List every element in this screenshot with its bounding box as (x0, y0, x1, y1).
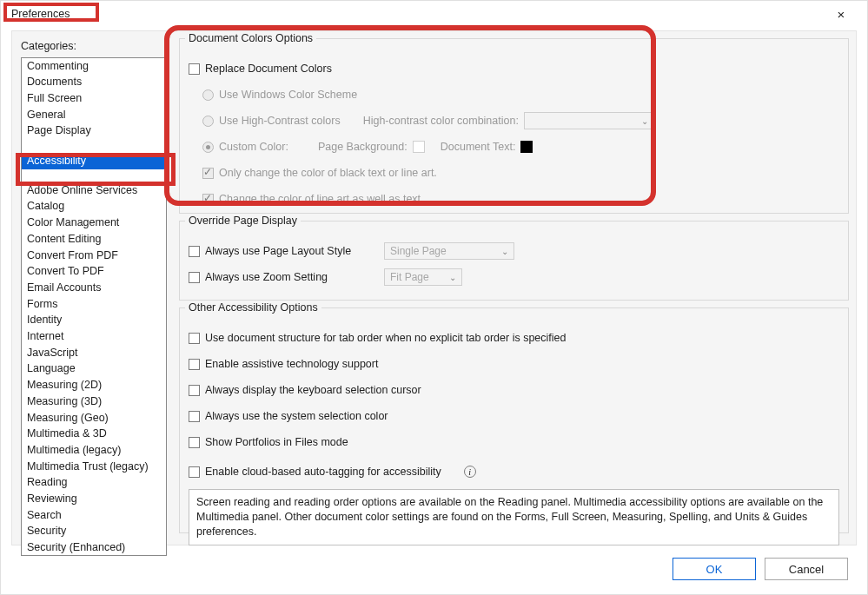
group-title: Override Page Display (185, 215, 301, 227)
category-item[interactable]: JavaScript (22, 345, 166, 361)
hc-combo[interactable]: ⌄ (524, 112, 654, 129)
ok-label: OK (706, 563, 723, 576)
category-item[interactable]: Multimedia Trust (legacy) (22, 459, 166, 475)
override-page-display-group: Override Page Display Always use Page La… (179, 221, 849, 301)
category-item[interactable]: Measuring (2D) (22, 378, 166, 394)
settings-panel: Document Colors Options Replace Document… (179, 38, 849, 538)
zoom-row: Always use Zoom Setting Fit Page ⌄ (189, 267, 839, 288)
category-item[interactable]: Reviewing (22, 492, 166, 508)
tab-order-checkbox[interactable] (189, 333, 200, 344)
other-opt-row: Show Portfolios in Files mode (189, 432, 839, 453)
dialog-body: Categories: Commenting Documents Full Sc… (11, 30, 857, 545)
category-item[interactable]: Internet (22, 329, 166, 346)
preferences-dialog: Preferences × Categories: Commenting Doc… (0, 0, 868, 595)
category-item[interactable]: Language (22, 361, 166, 378)
other-opt-row: Always display the keyboard selection cu… (189, 380, 839, 400)
kb-cursor-checkbox[interactable] (189, 385, 200, 396)
use-windows-label: Use Windows Color Scheme (219, 89, 357, 101)
category-item[interactable]: Measuring (3D) (22, 393, 166, 410)
use-windows-row: Use Windows Color Scheme (189, 84, 839, 105)
category-item[interactable]: Identity (22, 313, 166, 329)
only-black-checkbox[interactable] (202, 168, 214, 179)
category-item[interactable]: Content Editing (22, 231, 166, 248)
other-opt-row: Always use the system selection color (189, 406, 839, 426)
category-item[interactable]: Multimedia (legacy) (22, 442, 166, 459)
hint-text-box: Screen reading and reading order options… (189, 489, 839, 545)
page-bg-swatch[interactable] (413, 141, 425, 153)
use-high-contrast-row: Use High-Contrast colors High-contrast c… (189, 110, 839, 131)
assistive-checkbox[interactable] (189, 359, 200, 370)
line-art-label: Change the color of line art as well as … (219, 193, 424, 205)
portfolios-checkbox[interactable] (189, 437, 200, 448)
use-high-contrast-label: Use High-Contrast colors (219, 115, 341, 127)
category-item[interactable]: Reading (22, 475, 166, 492)
custom-color-radio[interactable] (202, 142, 214, 153)
kb-cursor-label: Always display the keyboard selection cu… (205, 384, 421, 396)
zoom-combo-value: Fit Page (390, 271, 429, 283)
doc-text-swatch[interactable] (520, 141, 533, 153)
category-item[interactable]: Multimedia & 3D (22, 426, 166, 443)
category-item[interactable]: Documents (22, 75, 166, 91)
category-item[interactable]: Convert From PDF (22, 248, 166, 264)
layout-row: Always use Page Layout Style Single Page… (189, 241, 839, 261)
category-item[interactable]: Page Display (22, 123, 166, 140)
only-black-row: Only change the color of black text or l… (189, 162, 839, 183)
line-art-checkbox[interactable] (202, 194, 214, 205)
line-art-row: Change the color of line art as well as … (189, 188, 839, 209)
replace-colors-checkbox[interactable] (189, 63, 200, 75)
use-high-contrast-radio[interactable] (202, 116, 214, 127)
doc-text-label: Document Text: (441, 141, 516, 153)
layout-combo-value: Single Page (390, 245, 447, 257)
layout-checkbox[interactable] (189, 246, 200, 257)
custom-color-row: Custom Color: Page Background: Document … (189, 136, 839, 157)
category-item[interactable]: Search (22, 507, 166, 524)
category-item[interactable]: Catalog (22, 199, 166, 215)
zoom-checkbox[interactable] (189, 272, 200, 283)
layout-combo[interactable]: Single Page ⌄ (384, 242, 514, 260)
close-icon: × (838, 7, 845, 22)
cancel-label: Cancel (789, 563, 824, 576)
zoom-combo[interactable]: Fit Page ⌄ (384, 268, 462, 286)
categories-label: Categories: (21, 40, 76, 52)
group-title: Document Colors Options (185, 32, 316, 44)
portfolios-label: Show Portfolios in Files mode (205, 436, 348, 448)
cloud-tagging-checkbox[interactable] (189, 466, 200, 478)
category-item[interactable]: Measuring (Geo) (22, 410, 166, 426)
only-black-label: Only change the color of black text or l… (219, 167, 437, 179)
other-accessibility-group: Other Accessibility Options Use document… (179, 307, 849, 533)
category-spacer (22, 140, 166, 154)
close-button[interactable]: × (824, 4, 858, 23)
category-item[interactable]: Commenting (22, 58, 166, 75)
page-bg-label: Page Background: (318, 141, 407, 153)
other-opt-row: Enable assistive technology support (189, 354, 839, 374)
category-item[interactable]: Forms (22, 296, 166, 313)
chevron-down-icon: ⌄ (501, 247, 508, 256)
info-icon[interactable]: i (464, 466, 476, 478)
category-item[interactable]: Security (Enhanced) (22, 540, 166, 556)
window-title: Preferences (11, 8, 70, 20)
chevron-down-icon: ⌄ (641, 116, 648, 126)
other-opt-row: Use document structure for tab order whe… (189, 327, 839, 348)
categories-list[interactable]: Commenting Documents Full Screen General… (21, 57, 167, 556)
category-item[interactable]: Full Screen (22, 90, 166, 107)
category-item[interactable]: Email Accounts (22, 280, 166, 296)
category-item[interactable]: Security (22, 524, 166, 540)
group-title: Other Accessibility Options (185, 301, 321, 314)
other-opt-row: Enable cloud-based auto-tagging for acce… (189, 461, 839, 482)
category-item[interactable]: General (22, 107, 166, 123)
use-windows-radio[interactable] (202, 89, 214, 101)
custom-color-label: Custom Color: (219, 141, 288, 153)
dialog-footer: OK Cancel (673, 558, 848, 580)
cancel-button[interactable]: Cancel (765, 558, 848, 580)
category-item[interactable]: Color Management (22, 215, 166, 232)
category-item-accessibility[interactable]: Accessibility (22, 153, 166, 169)
layout-label: Always use Page Layout Style (205, 245, 379, 257)
hint-text: Screen reading and reading order options… (196, 496, 823, 538)
replace-colors-label: Replace Document Colors (205, 63, 332, 75)
ok-button[interactable]: OK (673, 558, 756, 580)
category-item[interactable]: Convert To PDF (22, 264, 166, 281)
category-item[interactable]: Adobe Online Services (22, 182, 166, 199)
sys-selection-checkbox[interactable] (189, 411, 200, 422)
category-spacer (22, 169, 166, 183)
document-colors-group: Document Colors Options Replace Document… (179, 38, 849, 214)
